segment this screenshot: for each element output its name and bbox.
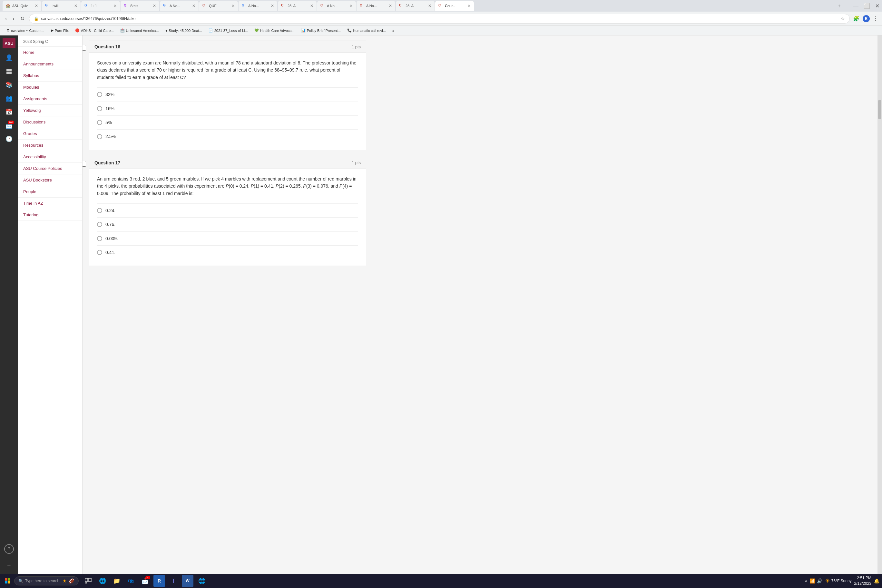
tab-close-que[interactable]: ✕ bbox=[231, 3, 235, 8]
tab-close-ano2[interactable]: ✕ bbox=[271, 3, 274, 8]
taskbar-files[interactable]: 📁 bbox=[111, 575, 123, 587]
radio-17-4[interactable] bbox=[97, 250, 102, 255]
start-button[interactable] bbox=[3, 577, 13, 585]
sidebar-icon-inbox[interactable]: 📩 bbox=[3, 119, 15, 132]
bookmark-pureflix[interactable]: ▶ Pure Flix bbox=[48, 28, 71, 33]
canvas-nav-resources[interactable]: Resources bbox=[18, 140, 82, 151]
answer-option-16-2[interactable]: 16% bbox=[97, 102, 358, 116]
answer-option-17-1[interactable]: 0.24. bbox=[97, 203, 358, 217]
extensions-icon[interactable]: 🧩 bbox=[853, 15, 860, 22]
taskbar-edge[interactable]: 🌐 bbox=[97, 575, 108, 587]
sidebar-icon-account[interactable]: 👤 bbox=[3, 52, 15, 64]
canvas-nav-people[interactable]: People bbox=[18, 186, 82, 198]
tab-close-ano1[interactable]: ✕ bbox=[192, 3, 195, 8]
answer-option-16-3[interactable]: 5% bbox=[97, 116, 358, 129]
canvas-nav-announcements[interactable]: Announcements bbox=[18, 58, 82, 70]
bookmark-uninsured[interactable]: 🏥 Uninsured America... bbox=[118, 28, 162, 33]
maximize-button[interactable]: ⬜ bbox=[864, 3, 870, 9]
tab-close-asu[interactable]: ✕ bbox=[35, 3, 38, 8]
tab-ano4[interactable]: C A No... ✕ bbox=[357, 1, 395, 11]
tab-ano1[interactable]: G A No... ✕ bbox=[160, 1, 199, 11]
bookmark-owelaten[interactable]: ⚙ owelaten ~ Custom... bbox=[4, 28, 47, 33]
forward-button[interactable]: › bbox=[11, 15, 15, 23]
answer-option-17-2[interactable]: 0.76. bbox=[97, 217, 358, 231]
radio-17-2[interactable] bbox=[97, 222, 102, 227]
canvas-nav-discussions[interactable]: Discussions bbox=[18, 116, 82, 128]
network-icon[interactable]: 📶 bbox=[810, 578, 815, 584]
question-flag-16[interactable] bbox=[82, 45, 86, 51]
tab-close-28a2[interactable]: ✕ bbox=[428, 3, 431, 8]
tab-close-q[interactable]: ✕ bbox=[153, 3, 156, 8]
sidebar-icon-groups[interactable]: 👥 bbox=[3, 92, 15, 105]
close-button[interactable]: ✕ bbox=[875, 3, 879, 9]
tab-asu-quiz[interactable]: 🏫 ASU Quiz ✕ bbox=[3, 1, 41, 11]
bookmark-policy[interactable]: 📊 Policy Brief Present... bbox=[298, 28, 344, 33]
answer-option-16-1[interactable]: 32% bbox=[97, 87, 358, 101]
tab-ano2[interactable]: G A No... ✕ bbox=[238, 1, 277, 11]
taskbar-store[interactable]: 🛍 bbox=[125, 575, 136, 587]
canvas-nav-assignments[interactable]: Assignments bbox=[18, 93, 82, 105]
bookmark-adhs[interactable]: 🔴 ADHS - Child Care... bbox=[72, 28, 116, 33]
bookmark-star-icon[interactable]: ☆ bbox=[841, 16, 845, 21]
canvas-nav-time-in-az[interactable]: Time in AZ bbox=[18, 198, 82, 209]
canvas-nav-modules[interactable]: Modules bbox=[18, 81, 82, 93]
sidebar-icon-history[interactable]: 🕐 bbox=[3, 133, 15, 145]
sidebar-icon-courses[interactable]: 📚 bbox=[3, 79, 15, 91]
radio-16-3[interactable] bbox=[97, 120, 102, 125]
tab-close-g2[interactable]: ✕ bbox=[114, 3, 117, 8]
radio-17-3[interactable] bbox=[97, 236, 102, 241]
taskbar-word[interactable]: W bbox=[182, 575, 194, 587]
quiz-area[interactable]: Question 16 1 pts Scores on a university… bbox=[82, 36, 878, 574]
taskbar-r-icon[interactable]: R bbox=[153, 575, 165, 587]
reload-button[interactable]: ↻ bbox=[19, 14, 26, 23]
canvas-nav-asu-course-policies[interactable]: ASU Course Policies bbox=[18, 163, 82, 174]
canvas-nav-syllabus[interactable]: Syllabus bbox=[18, 70, 82, 81]
sidebar-icon-calendar[interactable]: 📅 bbox=[3, 106, 15, 118]
url-box[interactable]: 🔒 canvas.asu.edu/courses/136476/quizzes/… bbox=[29, 14, 850, 24]
volume-icon[interactable]: 🔊 bbox=[817, 578, 822, 584]
tab-i-will[interactable]: G I will ✕ bbox=[42, 1, 81, 11]
tab-close-28a1[interactable]: ✕ bbox=[310, 3, 314, 8]
more-options-icon[interactable]: ⋮ bbox=[873, 15, 878, 22]
tab-close-ano3[interactable]: ✕ bbox=[350, 3, 352, 8]
tab-stats[interactable]: Q Stats ✕ bbox=[121, 1, 159, 11]
canvas-nav-asu-bookstore[interactable]: ASU Bookstore bbox=[18, 174, 82, 186]
taskbar-time[interactable]: 2:51 PM 2/12/2023 bbox=[854, 575, 872, 586]
bookmark-healthcare[interactable]: 💚 Health Care Advoca... bbox=[252, 28, 297, 33]
sidebar-icon-help[interactable]: ? bbox=[4, 544, 14, 554]
taskbar-search[interactable]: 🔍 Type here to search ★ 🏈 bbox=[14, 576, 79, 585]
canvas-nav-accessibility[interactable]: Accessibility bbox=[18, 151, 82, 163]
radio-16-1[interactable] bbox=[97, 92, 102, 97]
tab-close-g1[interactable]: ✕ bbox=[74, 3, 77, 8]
notification-center-icon[interactable]: 🔔 bbox=[874, 578, 879, 584]
bookmark-more[interactable]: » bbox=[390, 28, 397, 33]
canvas-nav-grades[interactable]: Grades bbox=[18, 128, 82, 140]
question-flag-17[interactable] bbox=[82, 161, 86, 166]
radio-17-1[interactable] bbox=[97, 208, 102, 213]
sidebar-icon-dashboard[interactable] bbox=[3, 65, 15, 77]
canvas-nav-home[interactable]: Home bbox=[18, 47, 82, 58]
bookmark-humanatic[interactable]: 📞 Humanatic call revi... bbox=[345, 28, 388, 33]
tab-que[interactable]: C QUE... ✕ bbox=[199, 1, 238, 11]
tab-28a1[interactable]: C 28. A ✕ bbox=[278, 1, 316, 11]
canvas-nav-yellowdig[interactable]: Yellowdig bbox=[18, 105, 82, 116]
answer-option-16-4[interactable]: 2.5% bbox=[97, 129, 358, 143]
taskbar-chrome[interactable]: 🌐 bbox=[196, 575, 208, 587]
answer-option-17-3[interactable]: 0.009. bbox=[97, 231, 358, 245]
asu-logo[interactable]: ASU bbox=[3, 38, 15, 48]
answer-option-17-4[interactable]: 0.41. bbox=[97, 245, 358, 259]
radio-16-2[interactable] bbox=[97, 106, 102, 111]
bookmark-2021[interactable]: 📄 2021-37_Loss-of-Li... bbox=[206, 28, 250, 33]
tab-close-cour[interactable]: ✕ bbox=[467, 3, 471, 8]
canvas-nav-tutoring[interactable]: Tutoring bbox=[18, 209, 82, 221]
taskbar-notification-badge[interactable]: 📩 20 bbox=[139, 575, 151, 587]
profile-icon[interactable]: E bbox=[862, 15, 870, 22]
tab-cour-active[interactable]: C Cour... ✕ bbox=[435, 1, 474, 11]
taskbar-teams[interactable]: T bbox=[168, 575, 179, 587]
scrollbar-handle[interactable] bbox=[878, 100, 881, 119]
minimize-button[interactable]: — bbox=[853, 3, 858, 9]
chevron-up-icon[interactable]: ∧ bbox=[805, 579, 807, 583]
tab-28a2[interactable]: C 28. A ✕ bbox=[396, 1, 435, 11]
right-scrollbar[interactable] bbox=[878, 36, 882, 574]
tab-ano3[interactable]: C A No... ✕ bbox=[317, 1, 356, 11]
